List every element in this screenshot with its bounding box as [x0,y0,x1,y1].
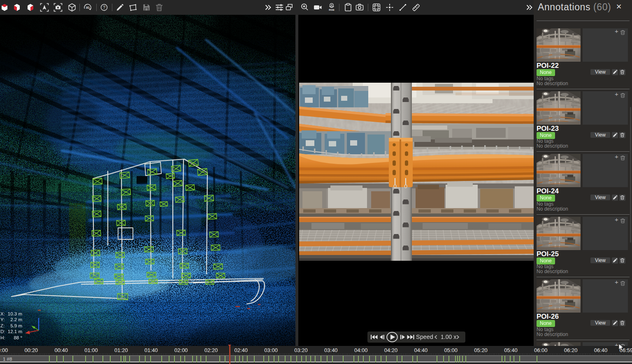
svg-text:3D: 3D [86,6,90,9]
svg-text:?: ? [103,5,105,10]
svg-text:Speed: Speed [416,334,433,340]
svg-text:RGB: RGB [329,9,335,11]
svg-text:1.00 x: 1.00 x [441,334,456,340]
